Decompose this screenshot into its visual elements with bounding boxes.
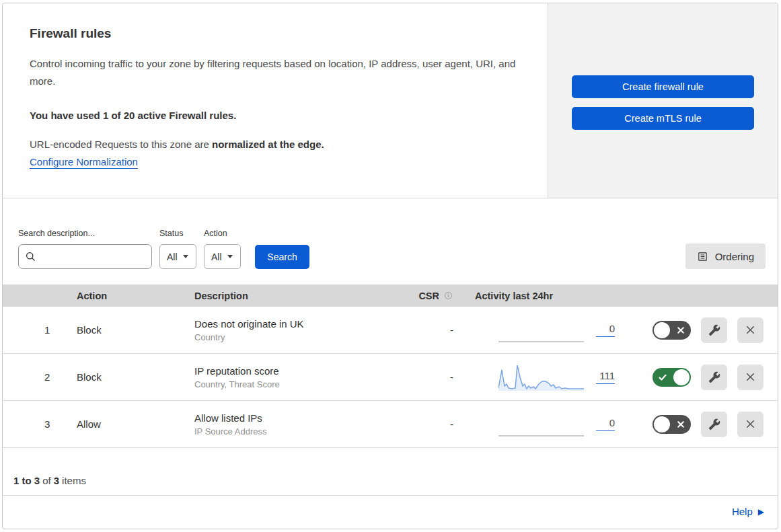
firewall-rules-page: Firewall rules Control incoming traffic … bbox=[2, 3, 778, 529]
rule-description-cell: IP reputation score Country, Threat Scor… bbox=[194, 365, 401, 389]
action-select-value: All bbox=[211, 252, 222, 262]
edit-rule-button[interactable] bbox=[701, 412, 727, 437]
rule-description-cell: Does not originate in UK Country bbox=[194, 318, 401, 342]
toggle-x-icon bbox=[676, 326, 685, 335]
status-filter: Status All bbox=[159, 229, 196, 269]
rule-action: Allow bbox=[77, 418, 194, 430]
item-range: 1 to 3 bbox=[13, 475, 40, 486]
rule-action: Block bbox=[77, 371, 194, 383]
help-link[interactable]: Help ▶ bbox=[732, 506, 764, 517]
search-icon bbox=[25, 251, 36, 262]
edit-rule-button[interactable] bbox=[701, 365, 727, 390]
close-icon bbox=[744, 371, 757, 383]
delete-rule-button[interactable] bbox=[737, 317, 764, 343]
wrench-icon bbox=[708, 324, 720, 336]
delete-rule-button[interactable] bbox=[737, 365, 764, 390]
edit-rule-button[interactable] bbox=[701, 317, 727, 343]
header-section: Firewall rules Control incoming traffic … bbox=[3, 3, 778, 198]
rule-priority: 1 bbox=[3, 324, 77, 336]
search-input[interactable] bbox=[36, 251, 145, 263]
configure-normalization-link[interactable]: Configure Normalization bbox=[30, 156, 138, 167]
toggle-knob bbox=[654, 416, 670, 432]
col-activity: Activity last 24hr bbox=[461, 291, 633, 301]
search-label: Search description... bbox=[18, 229, 152, 238]
rule-csr-value: - bbox=[401, 371, 461, 383]
col-description: Description bbox=[194, 291, 401, 301]
close-icon bbox=[744, 324, 757, 336]
rule-enabled-toggle[interactable] bbox=[653, 415, 691, 434]
page-title: Firewall rules bbox=[30, 26, 521, 41]
col-csr: CSR bbox=[401, 291, 461, 301]
activity-sparkline bbox=[498, 317, 584, 344]
normalization-note-text: URL-encoded Requests to this zone are bbox=[30, 139, 212, 150]
toggle-x-icon bbox=[676, 420, 685, 429]
rule-controls bbox=[633, 317, 778, 343]
rule-activity-cell: 0 bbox=[461, 411, 633, 438]
status-select[interactable]: All bbox=[159, 244, 196, 269]
table-body: 1 Block Does not originate in UK Country… bbox=[3, 307, 778, 448]
intro-card: Firewall rules Control incoming traffic … bbox=[3, 3, 548, 198]
rule-criteria: IP Source Address bbox=[194, 426, 401, 436]
normalization-note: URL-encoded Requests to this zone are no… bbox=[30, 139, 521, 150]
filter-controls: Search description... Status All Action … bbox=[18, 229, 309, 269]
activity-count-link[interactable]: 111 bbox=[596, 371, 615, 384]
rule-controls bbox=[633, 365, 778, 390]
close-icon bbox=[744, 418, 757, 430]
table-row: 1 Block Does not originate in UK Country… bbox=[3, 307, 778, 354]
help-bar: Help ▶ bbox=[3, 495, 778, 527]
table-row: 3 Allow Allow listed IPs IP Source Addre… bbox=[3, 401, 778, 448]
rule-priority: 3 bbox=[3, 418, 77, 430]
rule-enabled-toggle[interactable] bbox=[653, 368, 691, 387]
status-select-value: All bbox=[167, 252, 178, 262]
rule-description: Allow listed IPs bbox=[194, 412, 401, 424]
page-description: Control incoming traffic to your zone by… bbox=[30, 55, 521, 91]
usage-summary: You have used 1 of 20 active Firewall ru… bbox=[30, 110, 521, 121]
rule-csr-value: - bbox=[401, 418, 461, 430]
rule-criteria: Country, Threat Score bbox=[194, 379, 401, 389]
ordering-list-icon bbox=[697, 251, 708, 262]
table-row: 2 Block IP reputation score Country, Thr… bbox=[3, 354, 778, 401]
help-label: Help bbox=[732, 506, 753, 517]
wrench-icon bbox=[708, 371, 720, 383]
col-csr-label: CSR bbox=[418, 291, 439, 301]
create-mtls-rule-button[interactable]: Create mTLS rule bbox=[572, 107, 754, 130]
toggle-knob bbox=[654, 322, 670, 338]
rule-description: IP reputation score bbox=[194, 365, 401, 377]
toggle-knob bbox=[673, 369, 690, 385]
rule-action: Block bbox=[77, 324, 194, 336]
search-input-wrapper bbox=[18, 244, 152, 269]
activity-count-link[interactable]: 0 bbox=[596, 324, 615, 337]
rule-description-cell: Allow listed IPs IP Source Address bbox=[194, 412, 401, 436]
search-button[interactable]: Search bbox=[255, 245, 309, 269]
action-label: Action bbox=[204, 229, 241, 238]
delete-rule-button[interactable] bbox=[737, 412, 764, 437]
arrow-right-icon: ▶ bbox=[758, 508, 764, 516]
activity-count-link[interactable]: 0 bbox=[596, 418, 615, 431]
activity-sparkline bbox=[498, 411, 584, 438]
rule-description: Does not originate in UK bbox=[194, 318, 401, 330]
col-action: Action bbox=[77, 291, 194, 301]
status-label: Status bbox=[159, 229, 196, 238]
rule-csr-value: - bbox=[401, 324, 461, 336]
normalization-note-bold: normalized at the edge. bbox=[212, 139, 324, 150]
actions-panel: Create firewall rule Create mTLS rule bbox=[548, 3, 778, 198]
action-select[interactable]: All bbox=[204, 244, 241, 269]
item-total: 3 bbox=[54, 475, 59, 486]
rule-activity-cell: 111 bbox=[461, 364, 633, 391]
create-firewall-rule-button[interactable]: Create firewall rule bbox=[572, 75, 754, 98]
activity-sparkline bbox=[498, 364, 584, 391]
rule-enabled-toggle[interactable] bbox=[653, 321, 691, 340]
ordering-button[interactable]: Ordering bbox=[685, 243, 766, 269]
info-icon[interactable] bbox=[443, 291, 453, 301]
chevron-down-icon bbox=[227, 255, 233, 258]
of-text: of bbox=[42, 475, 51, 486]
pagination-summary: 1 to 3 of 3 items bbox=[3, 448, 778, 495]
rule-criteria: Country bbox=[194, 332, 401, 342]
wrench-icon bbox=[708, 418, 720, 430]
table-header: Action Description CSR Activity last 24h… bbox=[3, 284, 778, 307]
chevron-down-icon bbox=[183, 255, 188, 258]
action-filter: Action All bbox=[204, 229, 241, 269]
rule-controls bbox=[633, 412, 778, 437]
items-text: items bbox=[62, 475, 86, 486]
rule-activity-cell: 0 bbox=[461, 317, 633, 344]
